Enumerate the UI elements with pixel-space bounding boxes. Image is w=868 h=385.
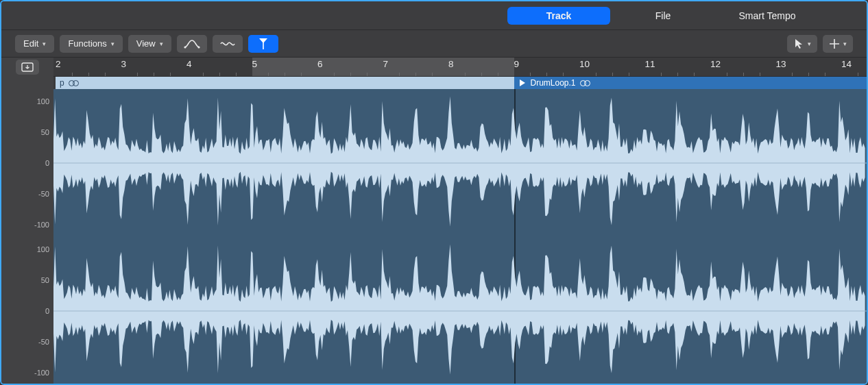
waveform-row: 100500-50-100100500-50-100 <box>1 89 867 385</box>
waveform-right <box>53 237 867 385</box>
edit-menu-label: Edit <box>23 38 38 49</box>
bar-marker: 11 <box>645 58 655 69</box>
amp-label: 100 <box>37 97 49 105</box>
catch-playhead-icon <box>257 38 269 49</box>
tab-track[interactable]: Track <box>507 7 610 25</box>
amp-label: 100 <box>37 245 49 253</box>
bar-marker: 6 <box>317 58 323 69</box>
ruler-row: 234567891011121314 <box>1 58 867 77</box>
inspector-tabs: Track File Smart Tempo <box>1 1 867 30</box>
bar-marker: 13 <box>776 58 786 69</box>
ruler-gutter <box>1 58 53 77</box>
flex-icon <box>220 39 235 49</box>
amp-label: 0 <box>45 159 49 167</box>
view-menu[interactable]: View ▾ <box>128 35 171 53</box>
region-track: pDrumLoop.1 <box>53 77 867 89</box>
crosshair-tool-icon <box>830 39 839 49</box>
amp-label: 50 <box>41 128 49 136</box>
tab-file[interactable]: File <box>612 7 714 25</box>
edit-menu[interactable]: Edit ▾ <box>15 35 54 53</box>
waveform-area[interactable] <box>53 89 867 385</box>
functions-menu[interactable]: Functions ▾ <box>60 35 122 53</box>
catch-playhead-button[interactable] <box>248 35 278 53</box>
editor-toolbar: Edit ▾ Functions ▾ View ▾ ▾ <box>1 30 867 58</box>
amp-label: 0 <box>45 307 49 315</box>
bar-marker: 2 <box>56 58 61 69</box>
region-header[interactable]: p <box>56 77 514 89</box>
region-header[interactable]: DrumLoop.1 <box>514 77 869 89</box>
left-tool-select[interactable]: ▾ <box>787 35 817 53</box>
bar-marker: 14 <box>841 58 852 69</box>
bar-marker: 4 <box>186 58 192 69</box>
amplitude-gutter: 100500-50-100100500-50-100 <box>1 89 53 385</box>
region-name: DrumLoop.1 <box>531 78 576 88</box>
flex-button[interactable] <box>213 35 243 53</box>
bar-ruler[interactable]: 234567891011121314 <box>53 58 867 77</box>
svg-point-0 <box>184 46 186 48</box>
bar-marker: 5 <box>252 58 258 69</box>
bar-marker: 9 <box>514 58 520 69</box>
amp-label: 50 <box>41 276 49 284</box>
view-menu-label: View <box>136 38 156 49</box>
waveform-left <box>53 89 867 237</box>
bar-marker: 12 <box>710 58 721 69</box>
functions-menu-label: Functions <box>68 38 106 49</box>
bar-marker: 10 <box>579 58 590 69</box>
region-header-row: pDrumLoop.1 <box>1 77 867 89</box>
tab-smart-tempo[interactable]: Smart Tempo <box>716 7 819 25</box>
catalog-button[interactable] <box>16 60 39 75</box>
bar-marker: 7 <box>383 58 389 69</box>
chevron-down-icon: ▾ <box>43 40 46 47</box>
amp-label: -50 <box>38 338 49 346</box>
pointer-tool-icon <box>794 38 804 49</box>
right-tool-select[interactable]: ▾ <box>823 35 853 53</box>
bar-marker: 8 <box>448 58 454 69</box>
chevron-down-icon: ▾ <box>843 40 847 47</box>
stereo-icon <box>69 80 79 86</box>
automation-curve-button[interactable] <box>177 35 207 53</box>
amp-label: -100 <box>34 369 49 377</box>
catalog-icon <box>21 62 34 72</box>
automation-curve-icon <box>184 39 200 49</box>
stereo-icon <box>580 80 590 86</box>
amp-label: -50 <box>38 190 49 198</box>
chevron-down-icon: ▾ <box>808 40 811 47</box>
bar-marker: 3 <box>121 58 127 69</box>
region-gutter <box>1 77 53 89</box>
chevron-down-icon: ▾ <box>160 40 163 47</box>
chevron-down-icon: ▾ <box>111 40 114 47</box>
amp-label: -100 <box>34 221 49 229</box>
svg-rect-2 <box>263 42 264 49</box>
region-name-fragment: p <box>60 78 64 88</box>
play-icon <box>518 79 527 87</box>
svg-point-1 <box>197 46 200 48</box>
